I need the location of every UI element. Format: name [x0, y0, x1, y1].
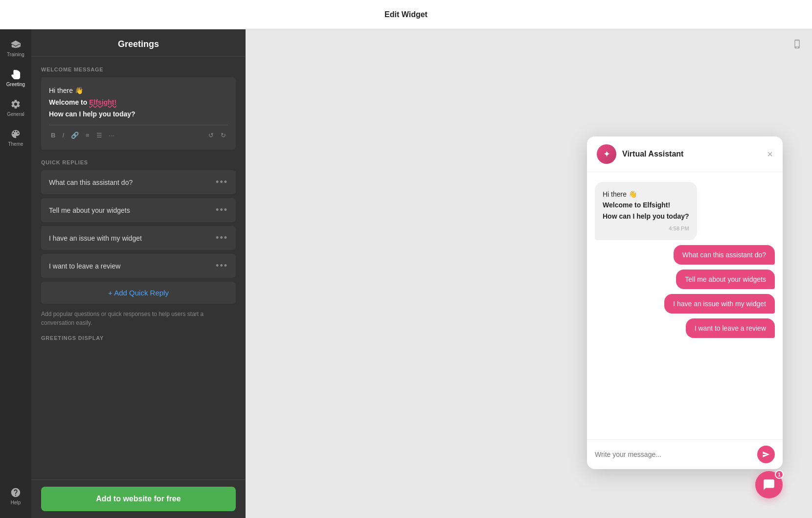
sidebar-label-theme: Theme [8, 141, 23, 147]
chat-widget: ✦ Virtual Assistant × Hi there 👋 Welcome… [587, 136, 783, 469]
quick-reply-menu-btn[interactable]: ••• [216, 261, 228, 271]
bubble-line3: How can I help you today? [603, 211, 689, 222]
quick-reply-bubble-4[interactable]: I want to leave a review [686, 318, 775, 338]
toolbar-undo[interactable]: ↺ [206, 129, 216, 142]
page-title: Edit Widget [384, 10, 428, 19]
quick-reply-text: Tell me about your widgets [49, 206, 130, 214]
message-time: 4:58 PM [603, 225, 689, 233]
toolbar-link[interactable]: 🔗 [69, 129, 81, 142]
graduation-icon [10, 39, 21, 50]
greetings-display-section: GREETINGS DISPLAY [41, 335, 236, 341]
quick-reply-item[interactable]: Tell me about your widgets ••• [41, 198, 236, 222]
help-icon [10, 487, 21, 498]
sidebar-item-greeting[interactable]: Greeting [2, 64, 29, 92]
quick-reply-text: I want to leave a review [49, 262, 120, 270]
quick-reply-bubble-3[interactable]: I have an issue with my widget [664, 294, 775, 314]
toolbar-redo[interactable]: ↻ [219, 129, 228, 142]
panel-bottom: Add to website for free [31, 479, 246, 518]
quick-reply-item[interactable]: What can this assistant do? ••• [41, 170, 236, 194]
chat-bubble-icon [763, 478, 775, 491]
chat-avatar: ✦ [597, 144, 616, 164]
welcome-line3: How can I help you today? [49, 109, 228, 120]
sidebar-item-help[interactable]: Help [2, 482, 29, 510]
toolbar-bold[interactable]: B [49, 129, 57, 142]
sidebar-label-greeting: Greeting [6, 82, 25, 87]
quick-reply-bubble-1[interactable]: What can this assistant do? [674, 245, 775, 265]
toolbar-list-ordered[interactable]: ≡ [84, 129, 91, 142]
quick-reply-bubble-2[interactable]: Tell me about your widgets [676, 270, 775, 289]
toolbar-more[interactable]: ··· [107, 129, 116, 142]
chat-close-button[interactable]: × [767, 149, 773, 160]
chat-float-badge: 1 [775, 470, 784, 479]
quick-reply-menu-btn[interactable]: ••• [216, 233, 228, 243]
preview-area: ✦ Virtual Assistant × Hi there 👋 Welcome… [246, 29, 812, 518]
hand-icon [10, 69, 21, 80]
sidebar-item-general[interactable]: General [2, 94, 29, 122]
welcome-line1: Hi there 👋 [49, 85, 228, 97]
welcome-toolbar: B I 🔗 ≡ ☰ ··· ↺ ↻ [49, 125, 228, 142]
sidebar-help-area: Help [2, 482, 29, 518]
toolbar-italic[interactable]: I [60, 129, 66, 142]
top-bar: Edit Widget [0, 0, 812, 29]
add-quick-reply-button[interactable]: + Add Quick Reply [41, 282, 236, 304]
quick-reply-item[interactable]: I have an issue with my widget ••• [41, 226, 236, 250]
icon-sidebar: Training Greeting General Theme [0, 29, 31, 518]
quick-reply-text: What can this assistant do? [49, 179, 133, 186]
quick-reply-hint: Add popular questions or quick responses… [41, 310, 236, 327]
welcome-message-box[interactable]: Hi there 👋 Welcome to Elfsight! How can … [41, 77, 236, 150]
sidebar-item-training[interactable]: Training [2, 34, 29, 62]
toolbar-list-unordered[interactable]: ☰ [94, 129, 104, 142]
add-to-website-button[interactable]: Add to website for free [41, 487, 236, 511]
sidebar-label-general: General [7, 112, 24, 117]
sidebar-label-training: Training [7, 52, 24, 57]
send-icon [762, 450, 770, 458]
chat-header: ✦ Virtual Assistant × [587, 136, 783, 172]
chat-message-input[interactable] [595, 450, 752, 458]
chat-title: Virtual Assistant [622, 150, 683, 158]
chat-float-button[interactable]: 1 [755, 471, 783, 498]
chat-input-area [587, 439, 783, 469]
sidebar-label-help: Help [11, 500, 21, 505]
panel-title: Greetings [31, 29, 246, 57]
quick-replies-label: QUICK REPLIES [41, 159, 236, 165]
chat-header-left: ✦ Virtual Assistant [597, 144, 683, 164]
sidebar-item-theme[interactable]: Theme [2, 124, 29, 152]
mobile-view-icon[interactable] [792, 39, 802, 52]
quick-reply-item[interactable]: I want to leave a review ••• [41, 254, 236, 278]
quick-reply-text: I have an issue with my widget [49, 234, 142, 242]
quick-reply-menu-btn[interactable]: ••• [216, 205, 228, 215]
welcome-bubble: Hi there 👋 Welcome to Elfsight! How can … [595, 182, 697, 240]
quick-replies-section: QUICK REPLIES What can this assistant do… [41, 159, 236, 327]
palette-icon [10, 129, 21, 139]
quick-reply-menu-btn[interactable]: ••• [216, 177, 228, 187]
welcome-line2: Welcome to Elfsight! [49, 97, 228, 109]
chat-messages: Hi there 👋 Welcome to Elfsight! How can … [587, 172, 783, 439]
panel-sidebar: Greetings WELCOME MESSAGE Hi there 👋 Wel… [31, 29, 246, 518]
bubble-line1: Hi there 👋 [603, 189, 689, 200]
chat-send-button[interactable] [757, 446, 775, 463]
gear-icon [10, 99, 21, 110]
greetings-display-label: GREETINGS DISPLAY [41, 335, 236, 341]
panel-content: WELCOME MESSAGE Hi there 👋 Welcome to El… [31, 57, 246, 518]
welcome-message-label: WELCOME MESSAGE [41, 67, 236, 72]
bubble-line2: Welcome to Elfsight! [603, 200, 689, 210]
main-area: Training Greeting General Theme [0, 29, 812, 518]
